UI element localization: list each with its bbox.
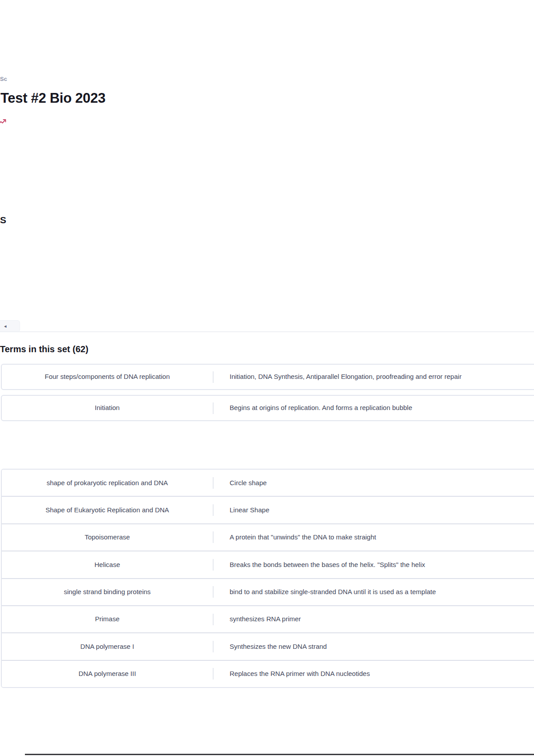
term-definition-divider <box>213 402 214 414</box>
term-row: TopoisomeraseA protein that "unwinds" th… <box>2 523 534 551</box>
term-text: shape of prokaryotic replication and DNA <box>2 479 213 487</box>
term-text: DNA polymerase I <box>2 642 213 651</box>
page-title: Test #2 Bio 2023 <box>0 90 105 106</box>
definition-text: Synthesizes the new DNA strand <box>230 642 534 651</box>
term-row: DNA polymerase ISynthesizes the new DNA … <box>2 632 534 659</box>
term-definition-divider <box>213 641 214 652</box>
trending-up-zigzag-icon <box>0 118 7 126</box>
term-row: Primasesynthesizes RNA primer <box>2 605 534 632</box>
carousel-divider <box>0 331 534 332</box>
term-definition-divider <box>213 586 214 598</box>
term-row: Four steps/components of DNA replication… <box>1 364 534 390</box>
terms-in-set-heading: Terms in this set (62) <box>0 344 89 354</box>
term-text: DNA polymerase III <box>2 669 213 678</box>
chevron-left-icon: ◂ <box>4 324 7 329</box>
term-text: Four steps/components of DNA replication <box>2 372 213 381</box>
term-row: DNA polymerase IIIReplaces the RNA prime… <box>2 660 534 687</box>
definition-text: Linear Shape <box>230 506 534 515</box>
term-definition-divider <box>213 559 214 571</box>
definition-text: Breaks the bonds between the bases of th… <box>230 560 534 569</box>
term-text: Helicase <box>2 560 213 569</box>
section-heading: S <box>0 215 6 225</box>
term-row: single strand binding proteinsbind to an… <box>2 578 534 605</box>
definition-text: Initiation, DNA Synthesis, Antiparallel … <box>230 372 534 381</box>
term-definition-divider <box>213 668 214 680</box>
definition-text: A protein that "unwinds" the DNA to make… <box>230 533 534 542</box>
bottom-scroll-bar <box>25 754 534 755</box>
term-text: single strand binding proteins <box>2 587 213 596</box>
term-row: InitiationBegins at origins of replicati… <box>1 395 534 421</box>
definition-text: Replaces the RNA primer with DNA nucleot… <box>230 669 534 678</box>
term-definition-divider <box>213 531 214 543</box>
term-text: Primase <box>2 615 213 623</box>
definition-text: Circle shape <box>230 479 534 487</box>
term-row: shape of prokaryotic replication and DNA… <box>2 470 534 496</box>
term-definition-divider <box>213 371 214 383</box>
term-text: Initiation <box>2 403 213 412</box>
definition-text: synthesizes RNA primer <box>230 615 534 623</box>
term-definition-divider <box>213 614 214 625</box>
carousel-prev-button[interactable]: ◂ <box>0 320 20 332</box>
term-definition-divider <box>213 504 214 516</box>
terms-list-group-2: shape of prokaryotic replication and DNA… <box>1 469 534 688</box>
breadcrumb: Sc <box>0 76 7 82</box>
term-row: Shape of Eukaryotic Replication and DNAL… <box>2 496 534 523</box>
term-definition-divider <box>213 477 214 489</box>
term-text: Topoisomerase <box>2 533 213 542</box>
definition-text: Begins at origins of replication. And fo… <box>230 403 534 412</box>
term-row: HelicaseBreaks the bonds between the bas… <box>2 551 534 578</box>
definition-text: bind to and stabilize single-stranded DN… <box>230 587 534 596</box>
terms-list-group-1: Four steps/components of DNA replication… <box>1 364 534 421</box>
term-text: Shape of Eukaryotic Replication and DNA <box>2 506 213 515</box>
